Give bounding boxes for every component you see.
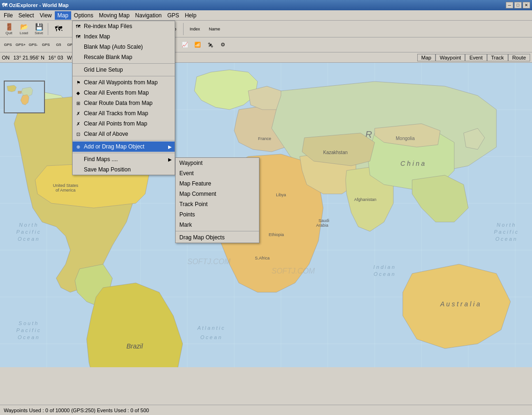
menu-navigation[interactable]: Navigation — [133, 11, 165, 20]
index-button[interactable]: Index — [185, 22, 204, 36]
menu-clear-route[interactable]: ⊞ Clear Route Data from Map — [73, 98, 175, 108]
clear-waypoints-icon: ⚑ — [74, 79, 82, 86]
svg-text:Mongolia: Mongolia — [396, 136, 415, 141]
svg-text:Ethiopia: Ethiopia — [269, 232, 284, 237]
minimize-button[interactable]: ─ — [506, 2, 513, 8]
menu-sep-4 — [73, 153, 175, 153]
signal-btn[interactable]: 📶 — [192, 39, 204, 51]
extra-icon: ⚙ — [221, 42, 225, 48]
submenu-mark[interactable]: Mark — [176, 220, 259, 230]
tab-event[interactable]: Event — [465, 54, 487, 61]
menu-clear-above[interactable]: ⊡ Clear All of Above — [73, 129, 175, 139]
submenu-sep-1 — [176, 231, 259, 231]
menu-select[interactable]: Select — [15, 11, 37, 20]
submenu-map-feature[interactable]: Map Feature — [176, 178, 259, 189]
gps-btn-1[interactable]: GPS — [2, 39, 14, 51]
submenu-map-comment[interactable]: Map Comment — [176, 189, 259, 199]
thumbnail-svg — [5, 82, 44, 112]
window-title: OziExplorer - World Map — [9, 2, 69, 8]
window-controls[interactable]: ─ □ ✕ — [506, 2, 530, 8]
quit-label: Quit — [6, 31, 13, 35]
tab-route[interactable]: Route — [508, 54, 530, 61]
gps-btn-4[interactable]: GPS — [40, 39, 52, 51]
menu-find-maps[interactable]: Find Maps .... ▶ — [73, 154, 175, 164]
title-bar: 🗺 OziExplorer - World Map ─ □ ✕ — [0, 0, 532, 10]
gps-btn-2[interactable]: GPS+ — [15, 39, 27, 51]
submenu-points[interactable]: Points — [176, 209, 259, 220]
svg-text:Kazakhstan: Kazakhstan — [323, 150, 347, 155]
index-map-icon: 🗺 — [74, 33, 82, 40]
map-view-icon: 🗺 — [55, 25, 62, 33]
menu-index-map[interactable]: 🗺 Index Map — [73, 31, 175, 42]
menu-sep-1 — [73, 63, 175, 64]
svg-text:United States: United States — [53, 183, 79, 188]
menu-bar: File Select View Map Options Moving Map … — [0, 10, 532, 21]
load-button[interactable]: 📂 Load — [17, 22, 31, 36]
menu-options[interactable]: Options — [71, 11, 96, 20]
svg-text:O c e a n: O c e a n — [200, 334, 222, 340]
menu-moving-map[interactable]: Moving Map — [96, 11, 132, 20]
lat-display: 13° 21.956' N — [14, 55, 44, 60]
menu-rescale[interactable]: Rescale Blank Map — [73, 52, 175, 62]
map-view-button[interactable]: 🗺 — [50, 22, 67, 36]
svg-text:O c e a n: O c e a n — [495, 236, 517, 242]
chart-icon: 📈 — [182, 42, 188, 48]
svg-text:O c e a n: O c e a n — [374, 271, 395, 277]
menu-clear-waypoints[interactable]: ⚑ Clear All Waypoints from Map — [73, 77, 175, 88]
svg-text:France: France — [258, 136, 271, 141]
gps-btn-3[interactable]: GPS- — [27, 39, 39, 51]
gps-btn-5[interactable]: G5 — [52, 39, 65, 51]
submenu-event[interactable]: Event — [176, 168, 259, 178]
extra-btn[interactable]: ⚙ — [217, 39, 229, 51]
tab-waypoint[interactable]: Waypoint — [436, 54, 465, 61]
menu-clear-tracks[interactable]: ✗ Clear All Tracks from Map — [73, 108, 175, 119]
svg-text:N o r t h: N o r t h — [19, 222, 37, 228]
svg-text:Arabia: Arabia — [316, 223, 328, 228]
svg-text:S.Africa: S.Africa — [255, 256, 270, 260]
svg-text:I n d i a n: I n d i a n — [373, 264, 394, 270]
menu-blank-map[interactable]: Blank Map (Auto Scale) — [73, 42, 175, 52]
svg-text:P a c i f i c: P a c i f i c — [16, 327, 40, 333]
menu-grid-setup[interactable]: Grid Line Setup — [73, 65, 175, 75]
clear-above-icon: ⊡ — [74, 130, 82, 138]
gps-icon-3: GPS- — [29, 43, 38, 47]
menu-clear-points[interactable]: ✗ Clear All Points from Map — [73, 119, 175, 129]
add-drag-submenu: Waypoint Event Map Feature Map Comment T… — [175, 157, 259, 243]
menu-add-drag[interactable]: ⊕ Add or Drag Map Object ▶ — [73, 141, 175, 152]
close-button[interactable]: ✕ — [523, 2, 530, 8]
submenu-waypoint[interactable]: Waypoint — [176, 158, 259, 168]
gps-icon-1: GPS — [4, 43, 12, 47]
submenu-track-point[interactable]: Track Point — [176, 199, 259, 209]
save-button[interactable]: 💾 Save — [32, 22, 46, 36]
menu-clear-events[interactable]: ◆ Clear All Events from Map — [73, 88, 175, 98]
tab-track[interactable]: Track — [487, 54, 508, 61]
svg-text:SOFTJ.COM: SOFTJ.COM — [187, 258, 231, 266]
menu-help[interactable]: Help — [182, 11, 200, 20]
svg-text:O c e a n: O c e a n — [18, 334, 39, 340]
gps-icon-5: G5 — [56, 43, 61, 47]
svg-text:Afghanistan: Afghanistan — [354, 197, 377, 202]
sat-btn[interactable]: 🛰 — [204, 39, 216, 51]
gps-icon-2: GPS+ — [15, 43, 26, 47]
menu-gps[interactable]: GPS — [164, 11, 182, 20]
toolbar-separator-1 — [48, 23, 48, 35]
svg-text:P a c i f i c: P a c i f i c — [494, 229, 518, 235]
chart-btn[interactable]: 📈 — [179, 39, 191, 51]
submenu-drag-objects[interactable]: Drag Map Objects — [176, 232, 259, 243]
maximize-button[interactable]: □ — [514, 2, 522, 8]
find-maps-arrow: ▶ — [168, 157, 172, 162]
svg-text:Brazil: Brazil — [126, 342, 143, 350]
clear-events-icon: ◆ — [74, 89, 82, 96]
name-button[interactable]: Name — [205, 22, 224, 36]
reindex-icon: 🗺 — [74, 22, 82, 30]
menu-map[interactable]: Map — [55, 11, 71, 20]
save-label: Save — [35, 31, 43, 35]
quit-button[interactable]: 🚪 Quit — [2, 22, 16, 36]
tab-map[interactable]: Map — [417, 54, 436, 61]
menu-view[interactable]: View — [37, 11, 55, 20]
menu-file[interactable]: File — [1, 11, 15, 20]
menu-reindex[interactable]: 🗺 Re-index Map Files — [73, 21, 175, 31]
svg-text:A u s t r a l i a: A u s t r a l i a — [440, 300, 480, 308]
menu-save-position[interactable]: Save Map Position — [73, 164, 175, 175]
map-tabs-container: Map Waypoint Event Track Route — [417, 54, 530, 61]
